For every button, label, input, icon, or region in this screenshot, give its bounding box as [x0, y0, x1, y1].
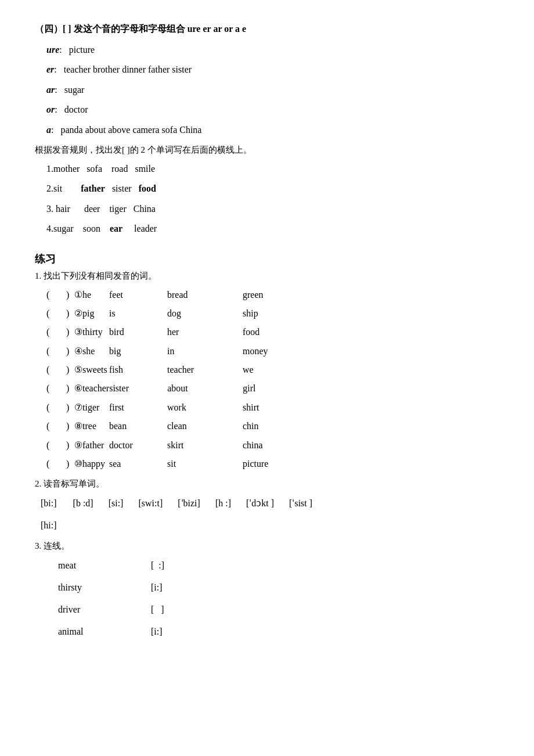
ex1-row-7: ( ) ⑦tiger first work shirt	[46, 399, 499, 416]
ar-words: sugar	[64, 85, 85, 95]
ex1-row-2: ( ) ②pig is dog ship	[46, 305, 499, 322]
connect-left-3: driver	[58, 600, 128, 619]
connect-section: meat [ :] thirsty [i:] driver [ ] animal…	[58, 556, 499, 641]
connect-left-1: meat	[58, 556, 128, 575]
ex1-row-9: ( ) ⑨father doctor skirt china	[46, 437, 499, 454]
a-words: panda about above camera sofa China	[60, 125, 201, 135]
exercise-1-section: 1. 找出下列没有相同发音的词。 ( ) ①he feet bread gree…	[35, 271, 499, 473]
ar-label: ar	[46, 85, 55, 95]
rule-instruction: 根据发音规则，找出发[ ]的 2 个单词写在后面的横线上。	[35, 145, 499, 156]
ex2-phonetics-row1: [bi:] [b :d] [si:] [swi:t] [ˈbizi] [h :]…	[41, 494, 499, 513]
ure-row: ure: picture	[46, 41, 499, 59]
connect-right-1: [ :]	[151, 556, 164, 575]
connect-left-4: animal	[58, 622, 128, 641]
ar-row: ar: sugar	[46, 81, 499, 99]
connect-row-4: animal [i:]	[58, 622, 499, 641]
ex1-row-5: ( ) ⑤sweets fish teacher we	[46, 361, 499, 379]
a-row: a: panda about above camera sofa China	[46, 121, 499, 139]
ex1-row-10: ( ) ⑩happy sea sit picture	[46, 455, 499, 473]
rule-row-4: 4.sugar soon ear leader	[46, 220, 499, 237]
rule-row-1: 1.mother sofa road smile	[46, 160, 499, 178]
ex1-row-4: ( ) ④she big in money	[46, 343, 499, 360]
or-row: or: doctor	[46, 101, 499, 118]
ex1-title: 1. 找出下列没有相同发音的词。	[35, 271, 499, 282]
exercise-2-section: 2. 读音标写单词。 [bi:] [b :d] [si:] [swi:t] [ˈ…	[35, 478, 499, 535]
connect-row-3: driver [ ]	[58, 600, 499, 619]
er-label: er	[46, 64, 54, 74]
connect-row-1: meat [ :]	[58, 556, 499, 575]
er-words: teacher brother dinner father sister	[64, 64, 192, 74]
connect-right-3: [ ]	[151, 600, 164, 619]
connect-left-2: thirsty	[58, 578, 128, 597]
connect-right-2: [i:]	[151, 578, 163, 597]
ure-words: picture	[69, 45, 95, 55]
rule-row-3: 3. hair deer tiger China	[46, 200, 499, 218]
rule-section: 根据发音规则，找出发[ ]的 2 个单词写在后面的横线上。 1.mother s…	[35, 145, 499, 238]
ex1-row-8: ( ) ⑧tree bean clean chin	[46, 417, 499, 435]
ure-label: ure	[46, 45, 59, 55]
ex1-row-1: ( ) ①he feet bread green	[46, 286, 499, 304]
or-words: doctor	[64, 105, 88, 114]
exercise-3-section: 3. 连线。 meat [ :] thirsty [i:] driver [ ]…	[35, 541, 499, 641]
phonics-header-section: （四）[ ] 发这个音的字母和字母组合 ure er ar or a e ure…	[35, 23, 499, 139]
ex3-title: 3. 连线。	[35, 541, 499, 552]
connect-row-2: thirsty [i:]	[58, 578, 499, 597]
ex1-row-3: ( ) ③thirty bird her food	[46, 323, 499, 341]
ex2-phonetics-row2: [hi:]	[41, 516, 499, 535]
er-row: er: teacher brother dinner father sister	[46, 61, 499, 78]
a-label: a	[46, 125, 51, 135]
section-title: 练习	[35, 252, 499, 266]
connect-right-4: [i:]	[151, 622, 163, 641]
ex1-row-6: ( ) ⑥teacher sister about girl	[46, 380, 499, 397]
rule-row-2: 2.sit father sister food	[46, 180, 499, 197]
ex2-title: 2. 读音标写单词。	[35, 478, 499, 489]
or-label: or	[46, 105, 55, 114]
page-title: （四）[ ] 发这个音的字母和字母组合 ure er ar or a e	[35, 23, 499, 35]
